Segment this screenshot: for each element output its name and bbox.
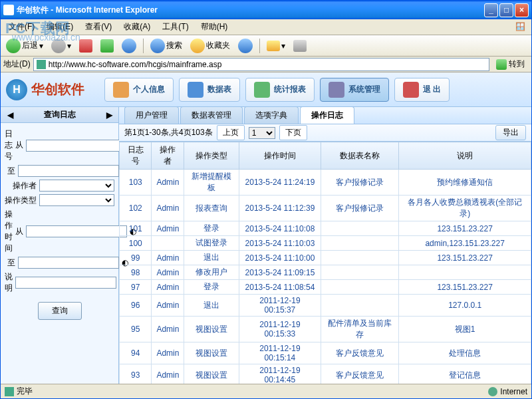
mail-button[interactable]: ▾ (264, 39, 288, 53)
log-table: 日志号操作者操作类型操作时间数据表名称说明 103Admin新增提醒模板2013… (119, 142, 531, 384)
label-logno: 日志号 (5, 128, 13, 162)
close-button[interactable]: × (515, 3, 529, 17)
go-button[interactable]: 转到 (492, 57, 529, 71)
menu-edit[interactable]: 编辑(E) (41, 20, 78, 34)
forward-button[interactable]: ▾ (49, 37, 74, 55)
status-zone: Internet (500, 387, 527, 396)
nav-icon (329, 82, 344, 98)
back-icon (6, 39, 21, 53)
nav-4[interactable]: 退 出 (394, 78, 450, 102)
zone-icon (488, 387, 497, 396)
home-button[interactable] (119, 37, 139, 55)
address-input[interactable]: http://www.hc-software.com/hcgis/mainfra… (33, 58, 489, 71)
stop-icon (79, 39, 92, 53)
maximize-button[interactable]: □ (499, 3, 513, 17)
refresh-button[interactable] (98, 38, 116, 54)
table-row[interactable]: 101Admin登录2013-5-24 11:10:08123.151.23.2… (120, 221, 531, 236)
nav-1[interactable]: 数据表 (179, 78, 240, 102)
search-button[interactable]: 查询 (38, 302, 82, 320)
tab-0[interactable]: 用户管理 (124, 107, 179, 124)
table-row[interactable]: 103Admin新增提醒模板2013-5-24 11:24:19客户报修记录预约… (120, 170, 531, 196)
mail-icon (267, 41, 280, 51)
page-icon (37, 60, 46, 69)
menu-file[interactable]: 文件(F) (3, 20, 40, 34)
tab-1[interactable]: 数据表管理 (180, 107, 243, 124)
home-icon (122, 39, 136, 53)
select-operator[interactable] (39, 180, 114, 192)
brand-logo: H 华创软件 (6, 79, 84, 100)
table-row[interactable]: 97Admin登录2013-5-24 11:08:54123.151.23.22… (120, 280, 531, 295)
input-logno-to[interactable] (18, 165, 119, 177)
print-icon (293, 40, 307, 52)
table-row[interactable]: 100试图登录2013-5-24 11:10:03admin,123.151.2… (120, 236, 531, 251)
select-optype[interactable] (39, 194, 114, 206)
nav-2[interactable]: 统计报表 (245, 78, 315, 102)
col-header[interactable]: 说明 (399, 142, 531, 170)
col-header[interactable]: 操作时间 (239, 142, 321, 170)
forward-icon (51, 39, 66, 53)
tab-3[interactable]: 操作日志 (300, 107, 354, 124)
table-row[interactable]: 98Admin修改用户2013-5-24 11:09:15 (120, 265, 531, 280)
history-icon (238, 39, 253, 53)
print-button[interactable] (291, 39, 309, 53)
stop-button[interactable] (76, 38, 95, 54)
nav-3[interactable]: 系统管理 (320, 78, 389, 102)
input-time-from[interactable] (26, 225, 127, 237)
label-operator: 操作者 (5, 180, 37, 192)
sidebar-title: 查询日志 (18, 109, 101, 120)
nav-icon (403, 82, 419, 98)
nav-0[interactable]: 个人信息 (104, 78, 174, 102)
search-icon (150, 39, 165, 53)
nav-icon (113, 82, 129, 98)
next-page-button[interactable]: 下页 (279, 125, 307, 140)
menu-tools[interactable]: 工具(T) (157, 20, 194, 34)
page-select[interactable]: 1 (249, 127, 275, 139)
input-time-to[interactable] (18, 257, 119, 269)
col-header[interactable]: 日志号 (120, 142, 152, 170)
collapse-right-icon[interactable]: ▶ (104, 110, 114, 120)
table-row[interactable]: 102Admin报表查询2013-5-24 11:12:39客户报修记录各月各人… (120, 196, 531, 221)
prev-page-button[interactable]: 上页 (217, 125, 245, 140)
favorites-button[interactable]: 收藏夹 (188, 37, 233, 55)
ie-logo-icon: 🪟 (515, 22, 529, 33)
back-button[interactable]: 后退 ▾ (3, 37, 46, 55)
app-icon (3, 5, 14, 15)
table-row[interactable]: 99Admin退出2013-5-24 11:10:00123.151.23.22… (120, 251, 531, 265)
go-icon (496, 59, 507, 70)
status-done: 完毕 (17, 386, 33, 397)
table-row[interactable]: 93Admin视图设置2011-12-19 00:14:45客户反馈意见登记信息 (120, 364, 531, 384)
toolbar: 后退 ▾ ▾ 搜索 收藏夹 ▾ (1, 35, 531, 57)
window-title: 华创软件 - Microsoft Internet Explorer (17, 5, 484, 16)
col-header[interactable]: 操作类型 (184, 142, 239, 170)
nav-icon (188, 82, 203, 98)
col-header[interactable]: 数据表名称 (321, 142, 399, 170)
label-optype: 操作类型 (5, 195, 37, 206)
tab-2[interactable]: 选项字典 (244, 107, 299, 124)
input-logno-from[interactable] (26, 140, 127, 152)
history-button[interactable] (235, 37, 255, 55)
menu-help[interactable]: 帮助(H) (196, 20, 233, 34)
menu-view[interactable]: 查看(V) (80, 20, 117, 34)
search-button[interactable]: 搜索 (148, 37, 185, 55)
refresh-icon (100, 39, 114, 53)
star-icon (190, 39, 205, 53)
menubar: 文件(F) 编辑(E) 查看(V) 收藏(A) 工具(T) 帮助(H) 🪟 (1, 19, 531, 35)
table-row[interactable]: 95Admin视图设置2011-12-19 00:15:33配件清单及当前库存视… (120, 317, 531, 342)
logo-icon: H (6, 79, 27, 100)
col-header[interactable]: 操作者 (152, 142, 184, 170)
table-row[interactable]: 94Admin视图设置2011-12-19 00:15:14客户反馈意见处理信息 (120, 342, 531, 364)
menu-favorites[interactable]: 收藏(A) (118, 20, 156, 34)
address-label: 地址(D) (3, 59, 31, 70)
pager-info: 第1页1-30条,共4页103条 (124, 127, 213, 138)
label-desc: 说明 (5, 271, 13, 294)
done-icon (5, 387, 14, 396)
brand-text: 华创软件 (31, 80, 84, 98)
table-row[interactable]: 96Admin退出2011-12-19 00:15:37127.0.0.1 (120, 295, 531, 317)
input-desc[interactable] (15, 277, 116, 289)
nav-icon (254, 82, 270, 98)
minimize-button[interactable]: _ (484, 3, 498, 17)
collapse-left-icon[interactable]: ◀ (5, 110, 15, 120)
export-button[interactable]: 导出 (495, 125, 526, 140)
